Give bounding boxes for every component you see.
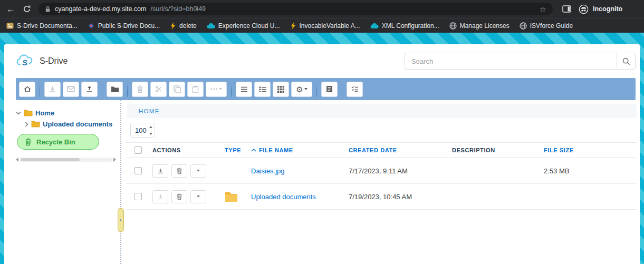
- toolbar-more-actions-button[interactable]: [206, 82, 227, 97]
- refresh-icon[interactable]: [23, 5, 31, 13]
- toolbar-copy-button[interactable]: [169, 82, 185, 97]
- collapse-panel-handle[interactable]: ‹: [118, 208, 124, 232]
- chrome-right-controls: Incognito: [562, 4, 622, 14]
- tree-horizontal-scrollbar[interactable]: [16, 157, 116, 162]
- column-header-created-date[interactable]: CREATED DATE: [345, 147, 448, 153]
- incognito-icon: [579, 4, 589, 14]
- toolbar-cut-button[interactable]: [150, 82, 167, 97]
- row-delete-button[interactable]: [171, 190, 187, 203]
- toolbar-separator: [231, 82, 232, 97]
- row-more-button[interactable]: [190, 190, 206, 203]
- file-name-link[interactable]: Daisies.jpg: [247, 167, 345, 175]
- file-toolbar: ⚙: [16, 78, 636, 100]
- breadcrumb-home[interactable]: HOME: [139, 108, 160, 114]
- bookmark-public-sdrive-docs[interactable]: Public S-Drive Docu...: [88, 22, 160, 30]
- trash-icon: [176, 168, 182, 174]
- row-more-button[interactable]: [190, 164, 206, 178]
- search-input[interactable]: [405, 53, 617, 70]
- column-header-file-name[interactable]: FILE NAME: [247, 147, 345, 153]
- trash-icon: [176, 193, 182, 200]
- page-size-value[interactable]: 100: [131, 123, 147, 137]
- svg-text:S: S: [22, 58, 27, 67]
- column-header-description: DESCRIPTION: [448, 147, 540, 153]
- bookmark-xml-configuration[interactable]: XML Configuration...: [370, 22, 439, 30]
- url-path: /surl/s/?sid=bh0i49: [150, 5, 206, 13]
- scrollbar-thumb[interactable]: [21, 158, 80, 161]
- picture-icon: [6, 22, 14, 30]
- app-title: S-Drive: [40, 56, 68, 66]
- trash-icon: [137, 85, 143, 93]
- download-icon: [49, 85, 56, 93]
- bookmark-label: Manage Licenses: [460, 22, 510, 30]
- bookmark-experience-cloud[interactable]: Experience Cloud U...: [207, 22, 280, 30]
- scrollbar-track[interactable]: [20, 158, 112, 162]
- toolbar-list-view-button[interactable]: [236, 82, 252, 97]
- stepper-up-icon[interactable]: [147, 123, 155, 130]
- browser-toolbar: ← cyangate-a-dev-ed.my.site.com/surl/s/?…: [0, 0, 644, 18]
- file-name-link[interactable]: Uploaded documents: [247, 193, 345, 201]
- column-header-actions: ACTIONS: [148, 147, 221, 153]
- breadcrumb[interactable]: HOME: [127, 104, 637, 118]
- detail-view-icon: [259, 86, 266, 92]
- toolbar-checklist-button[interactable]: [347, 82, 363, 97]
- chevron-down-icon: [304, 88, 307, 90]
- row-checkbox[interactable]: [134, 167, 142, 174]
- row-delete-button[interactable]: [171, 164, 187, 178]
- toolbar-upload-button[interactable]: [81, 82, 98, 97]
- select-all-checkbox[interactable]: [134, 146, 142, 154]
- address-bar[interactable]: cyangate-a-dev-ed.my.site.com/surl/s/?si…: [39, 3, 553, 15]
- home-icon: [23, 85, 32, 93]
- created-date-cell: 7/19/2023, 10:45 AM: [345, 193, 448, 201]
- toolbar-download-button[interactable]: [44, 82, 61, 97]
- toolbar-report-button[interactable]: [321, 82, 338, 97]
- toolbar-home-button[interactable]: [19, 82, 35, 97]
- bookmark-sdrive-documentation[interactable]: S-Drive Documenta...: [6, 22, 78, 30]
- bookmark-delete[interactable]: delete: [170, 22, 197, 30]
- toolbar-paste-button[interactable]: [187, 82, 204, 97]
- bookmark-isvforce-guide[interactable]: ISVforce Guide: [520, 22, 573, 30]
- row-checkbox[interactable]: [134, 193, 142, 200]
- toolbar-new-folder-button[interactable]: [107, 82, 123, 97]
- bookmark-star-icon[interactable]: ☆: [540, 5, 546, 13]
- search-button[interactable]: [617, 53, 636, 70]
- side-panel-icon[interactable]: [562, 5, 571, 13]
- toolbar-detail-view-button[interactable]: [254, 82, 271, 97]
- toolbar-delete-button[interactable]: [132, 82, 148, 97]
- stepper-down-icon[interactable]: [147, 130, 155, 137]
- bookmark-label: InvocableVariable A...: [300, 22, 360, 30]
- incognito-profile-chip[interactable]: Incognito: [579, 4, 622, 14]
- tree-item-label: Home: [35, 109, 54, 117]
- bookmark-label: delete: [179, 22, 197, 30]
- toolbar-settings-button[interactable]: ⚙: [291, 82, 312, 97]
- folder-icon: [31, 121, 40, 128]
- chevron-down-icon[interactable]: [16, 111, 21, 115]
- back-icon[interactable]: ←: [6, 5, 15, 14]
- file-size-cell: 2.53 MB: [540, 167, 637, 175]
- column-header-type[interactable]: TYPE: [221, 147, 247, 153]
- bookmark-invocable-variable[interactable]: InvocableVariable A...: [290, 22, 360, 30]
- toolbar-separator: [102, 82, 102, 97]
- email-icon: [67, 86, 75, 92]
- bookmark-label: Experience Cloud U...: [218, 22, 280, 30]
- tree-item-uploaded-documents[interactable]: Uploaded documents: [25, 119, 120, 130]
- toolbar-email-button[interactable]: [63, 82, 79, 97]
- search-icon: [622, 57, 630, 65]
- bookmark-manage-licenses[interactable]: Manage Licenses: [449, 22, 510, 30]
- row-download-button[interactable]: [152, 190, 168, 203]
- column-header-file-size[interactable]: FILE SIZE: [540, 147, 637, 153]
- scroll-right-icon[interactable]: [113, 158, 116, 162]
- chevron-right-icon[interactable]: [25, 122, 28, 127]
- row-download-button[interactable]: [152, 164, 168, 178]
- lightning-icon: [170, 22, 176, 30]
- grid-view-icon: [277, 86, 284, 93]
- tree-item-home[interactable]: Home: [16, 107, 120, 119]
- page-size-stepper[interactable]: 100: [130, 123, 155, 138]
- bookmark-label: XML Configuration...: [382, 22, 439, 30]
- globe-icon: [520, 22, 527, 30]
- page-fold: [222, 167, 226, 171]
- scroll-left-icon[interactable]: [16, 158, 18, 162]
- toolbar-grid-view-button[interactable]: [273, 82, 289, 97]
- gear-icon: ⚙: [296, 85, 303, 93]
- recycle-bin-button[interactable]: Recycle Bin: [17, 134, 99, 150]
- sdrive-app-card: S S-Drive: [4, 44, 640, 264]
